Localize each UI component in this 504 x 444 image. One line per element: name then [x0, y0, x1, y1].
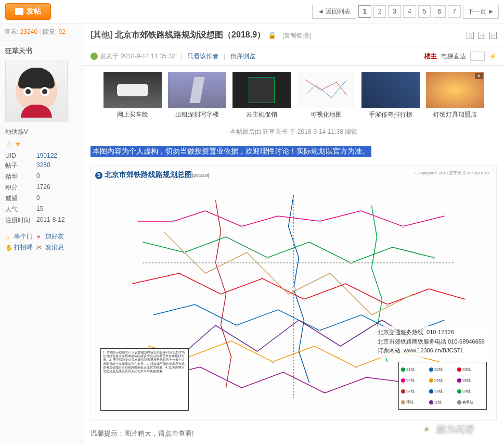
next-page-link[interactable]: 下一页 ► [463, 5, 499, 19]
svg-point-4 [184, 251, 186, 253]
stat-value[interactable]: 3280 [36, 161, 50, 170]
map-title-text: 北京市郊铁路线路规划总图 [105, 170, 192, 179]
user-avatar[interactable] [5, 60, 68, 122]
user-status-icon [91, 53, 98, 60]
stat-value: 1726 [36, 183, 50, 192]
stat-value: 2011-8-12 [36, 216, 65, 225]
elevator-input[interactable] [470, 52, 485, 61]
posted-time: 2018-9-14 11:35:32 [121, 53, 175, 60]
stat-label: 帖子 [5, 161, 36, 170]
ad-item[interactable]: 手游传奇排行榜 [361, 72, 420, 119]
send-message-link[interactable]: ✉发消息 [36, 243, 64, 252]
svg-point-15 [355, 366, 357, 368]
stat-value: 0 [36, 194, 40, 203]
user-sidebar: 查看: 23240 | 回复: 92 狂草天书 地铁族V ☺ ★ [0, 23, 83, 444]
ad-row: 网上买车险 出租深圳写字楼 云主机促销 可视化地图 手游传奇排行榜 ✕灯饰灯具加… [83, 66, 504, 125]
elevator-label: 电梯直达 [441, 52, 466, 61]
stat-value: 15 [36, 205, 43, 214]
svg-point-12 [319, 329, 321, 332]
thread-title: [其他] 北京市郊铁路线路规划设想图（2018.9） 🔒 [复制链接] [91, 30, 311, 41]
greet-link[interactable]: ✋打招呼 [5, 243, 33, 252]
post-button-label: 发帖 [27, 7, 41, 16]
add-friend-link[interactable]: ♥加好友 [36, 232, 64, 241]
ad-close-icon[interactable]: ✕ [475, 73, 483, 79]
copy-link[interactable]: [复制链接] [282, 32, 311, 39]
thread-category[interactable]: [其他] [91, 30, 113, 39]
watermark: ✦ 魅力武清 [420, 423, 473, 436]
page-7-link[interactable]: 7 [448, 5, 461, 18]
reverse-order-link[interactable]: 倒序浏览 [230, 52, 255, 61]
page-1-link[interactable]: 1 [358, 5, 371, 18]
stat-label: 威望 [5, 194, 36, 203]
stat-label: 积分 [5, 183, 36, 192]
subway-icon: S [95, 172, 102, 179]
print-icon[interactable]: ⎙ [467, 32, 474, 39]
ad-item[interactable]: 网上买车险 [104, 72, 162, 119]
svg-point-8 [220, 293, 222, 295]
smile-badge-icon: ☺ [5, 139, 12, 148]
wave-icon: ✋ [5, 244, 12, 251]
page-4-link[interactable]: 4 [403, 5, 416, 18]
svg-point-3 [402, 225, 404, 227]
back-to-list-link[interactable]: ◄ 返回列表 [312, 5, 356, 19]
svg-point-11 [236, 324, 238, 326]
ad-item[interactable]: 可视化地图 [297, 72, 355, 119]
stat-label: 注册时间 [5, 216, 36, 225]
page-2-link[interactable]: 2 [373, 5, 386, 18]
svg-point-7 [433, 257, 435, 259]
page-5-link[interactable]: 5 [418, 5, 431, 18]
pagination: ◄ 返回列表 1 2 3 4 5 6 7 下一页 ► [312, 5, 499, 19]
ad-item[interactable]: 云主机促销 [232, 72, 291, 119]
user-action-links: ⌂串个门 ♥加好友 ✋打招呼 ✉发消息 [5, 231, 77, 253]
edit-note: 本帖最后由 狂草天书 于 2018-9-14 11:38 编辑 [83, 125, 504, 138]
home-icon: ⌂ [5, 233, 12, 240]
svg-point-14 [272, 361, 274, 363]
elevator-go-icon[interactable]: ⚡ [489, 53, 497, 60]
new-post-button[interactable]: 发帖 [5, 3, 51, 20]
svg-point-1 [241, 225, 243, 227]
reply-count: 92 [59, 28, 66, 35]
map-copyright: Copyright © 2018 狂草天书 Ver.2018.1b [415, 170, 489, 176]
user-stats-table: UID190122 帖子3280 精华0 积分1726 威望0 人气15 注册时… [5, 151, 77, 226]
speech-bubble-icon [15, 8, 23, 15]
stat-label: 人气 [5, 205, 36, 214]
stat-value: 190122 [36, 152, 57, 159]
stat-value: 0 [36, 172, 40, 181]
view-label: 查看: [4, 28, 18, 35]
reply-label: 回复: [43, 28, 57, 35]
map-notes: 1. 本图所示线路为个人设想规划内容仅供参考讨论切勿作为任何投资置业决策依据实际… [100, 348, 189, 411]
ad-item[interactable]: 出租深圳写字楼 [168, 72, 226, 119]
wechat-icon: ✦ [420, 423, 432, 436]
svg-point-6 [350, 262, 352, 264]
thread-stats: 查看: 23240 | 回复: 92 [0, 23, 83, 41]
only-author-link[interactable]: 只看该作者 [187, 52, 218, 61]
svg-point-2 [319, 220, 321, 222]
visit-home-link[interactable]: ⌂串个门 [5, 232, 33, 241]
lock-icon: 🔒 [268, 31, 276, 39]
svg-point-5 [267, 257, 269, 259]
page-6-link[interactable]: 6 [433, 5, 446, 18]
friend-icon: ♥ [36, 233, 44, 240]
svg-point-10 [386, 303, 389, 306]
post-body: 本图内容为个人虚构，切勿当做投资置业依据，欢迎理性讨论！实际规划以官方为准。 S… [83, 138, 504, 444]
next-icon[interactable]: ▷ [489, 32, 497, 39]
stat-label: UID [5, 152, 36, 159]
username-link[interactable]: 狂草天书 [5, 46, 77, 56]
message-icon: ✉ [36, 244, 44, 251]
ad-item[interactable]: ✕灯饰灯具加盟店 [426, 72, 484, 119]
stat-label: 精华 [5, 172, 36, 181]
map-contact-info: 北京交通服务热线 010-12328 北京市郊铁路商铁服务电话 010-6894… [376, 326, 487, 358]
posted-label: 发表于 [100, 52, 119, 61]
page-3-link[interactable]: 3 [388, 5, 401, 18]
map-image[interactable]: S北京市郊铁路线路规划总图(2018.9) Copyright © 2018 狂… [91, 166, 497, 421]
view-count: 23240 [20, 28, 37, 35]
user-level: 地铁族V [5, 128, 77, 136]
floor-master-badge: 楼主 [424, 52, 437, 61]
prev-icon[interactable]: ◁ [478, 32, 485, 39]
thread-name: 北京市郊铁路线路规划设想图（2018.9） [115, 30, 265, 39]
svg-point-0 [173, 220, 175, 222]
svg-point-9 [303, 298, 305, 300]
user-badges: ☺ ★ [5, 139, 77, 148]
star-badge-icon: ★ [15, 139, 21, 148]
svg-point-16 [292, 287, 295, 291]
